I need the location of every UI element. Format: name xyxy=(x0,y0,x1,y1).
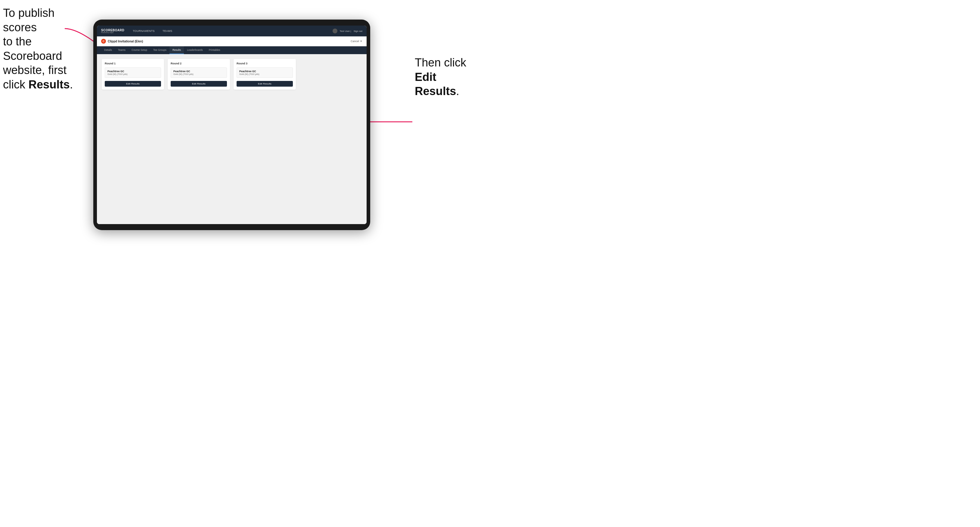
round-1-title: Round 1 xyxy=(105,62,161,65)
round-card-1: Round 1 Peachtree GC Gold (M) (7010 yds)… xyxy=(102,59,164,90)
logo-text: SCOREBOARD xyxy=(101,29,124,32)
instruction-right-text: Then click Edit Results. xyxy=(415,56,466,97)
tab-details[interactable]: Details xyxy=(101,46,115,54)
course-details-2: Gold (M) (7010 yds) xyxy=(173,73,224,76)
tablet-frame: SCOREBOARD Powered by clippd TOURNAMENTS… xyxy=(93,19,370,230)
tablet-screen: SCOREBOARD Powered by clippd TOURNAMENTS… xyxy=(97,25,367,224)
tournament-title: Clippd Invitational (Elen) xyxy=(108,40,143,43)
edit-results-button-2[interactable]: Edit Results xyxy=(171,81,227,87)
course-name-2: Peachtree GC xyxy=(173,70,224,73)
tab-teams[interactable]: Teams xyxy=(115,46,129,54)
tab-course-setup[interactable]: Course Setup xyxy=(129,46,150,54)
edit-results-button-1[interactable]: Edit Results xyxy=(105,81,161,87)
round-3-title: Round 3 xyxy=(237,62,293,65)
main-content: Round 1 Peachtree GC Gold (M) (7010 yds)… xyxy=(97,54,367,224)
results-emphasis: Results xyxy=(28,78,70,91)
cancel-button[interactable]: Cancel ✕ xyxy=(351,40,363,43)
rounds-grid: Round 1 Peachtree GC Gold (M) (7010 yds)… xyxy=(102,59,362,90)
nav-tournaments[interactable]: TOURNAMENTS xyxy=(132,29,156,33)
close-icon: ✕ xyxy=(360,40,363,43)
tournament-icon: C xyxy=(101,39,106,44)
tab-printables[interactable]: Printables xyxy=(206,46,223,54)
nav-teams[interactable]: TEAMS xyxy=(161,29,173,33)
instruction-left-text: To publish scores to the Scoreboard webs… xyxy=(3,6,73,91)
user-avatar xyxy=(332,29,337,33)
round-2-title: Round 2 xyxy=(171,62,227,65)
instruction-left: To publish scores to the Scoreboard webs… xyxy=(3,6,84,92)
tournament-name: C Clippd Invitational (Elen) xyxy=(101,39,143,44)
course-details-3: Gold (M) (7010 yds) xyxy=(239,73,290,76)
tab-results[interactable]: Results xyxy=(169,46,184,54)
app-navbar: SCOREBOARD Powered by clippd TOURNAMENTS… xyxy=(97,25,367,37)
empty-slot xyxy=(299,59,362,90)
logo-sub: Powered by clippd xyxy=(101,32,124,33)
instruction-right: Then click Edit Results. xyxy=(415,56,484,98)
nav-items: TOURNAMENTS TEAMS xyxy=(132,29,332,33)
course-name-3: Peachtree GC xyxy=(239,70,290,73)
course-card-3: Peachtree GC Gold (M) (7010 yds) xyxy=(237,67,293,78)
course-card-1: Peachtree GC Gold (M) (7010 yds) xyxy=(105,67,161,78)
nav-right: Test User | Sign out xyxy=(332,29,363,33)
tab-tee-groups[interactable]: Tee Groups xyxy=(150,46,169,54)
round-card-3: Round 3 Peachtree GC Gold (M) (7010 yds)… xyxy=(234,59,296,90)
course-name-1: Peachtree GC xyxy=(107,70,158,73)
sign-out-link[interactable]: Sign out xyxy=(354,30,363,32)
edit-results-emphasis: Edit Results xyxy=(415,71,456,98)
app-logo: SCOREBOARD Powered by clippd xyxy=(101,29,124,33)
tournament-header: C Clippd Invitational (Elen) Cancel ✕ xyxy=(97,37,367,46)
tab-leaderboards[interactable]: Leaderboards xyxy=(184,46,205,54)
tab-bar: Details Teams Course Setup Tee Groups Re… xyxy=(97,46,367,54)
edit-results-button-3[interactable]: Edit Results xyxy=(237,81,293,87)
round-card-2: Round 2 Peachtree GC Gold (M) (7010 yds)… xyxy=(168,59,230,90)
course-details-1: Gold (M) (7010 yds) xyxy=(107,73,158,76)
nav-user-text: Test User | xyxy=(340,30,351,32)
course-card-2: Peachtree GC Gold (M) (7010 yds) xyxy=(171,67,227,78)
